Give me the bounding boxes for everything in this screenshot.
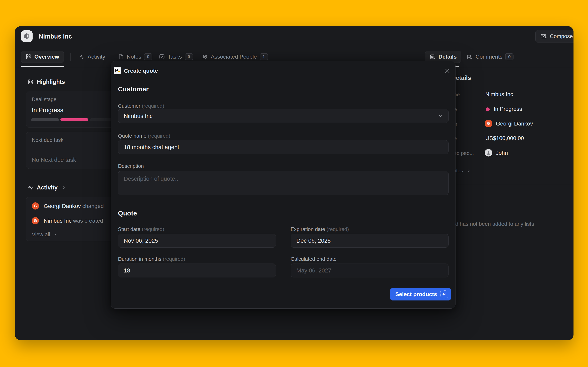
expiration-date-input[interactable] (291, 234, 449, 248)
quote-app-logo: P (114, 67, 121, 74)
select-products-button[interactable]: Select products ↵ (390, 288, 451, 300)
tab-activity-label: Activity (88, 54, 105, 60)
duration-field-label: Duration in months (required) (118, 256, 185, 262)
activity-actor: Georgi Dankov (44, 203, 81, 209)
detail-value: US$100,000.00 (485, 135, 524, 142)
chevron-down-icon (438, 113, 443, 118)
start-date-field-label: Start date (required) (118, 226, 164, 232)
avatar: G (32, 217, 39, 224)
quote-app-logo-letter: P (115, 68, 118, 73)
detail-value: Nimbus Inc (485, 91, 513, 98)
customer-select-value: Nimbus Inc (124, 113, 152, 119)
required-suffix: (required) (142, 226, 164, 232)
tab-tasks-label: Tasks (168, 54, 182, 60)
modal-title: Create quote (124, 68, 158, 74)
contact-card-icon (430, 54, 436, 60)
hexagon-cube-icon (23, 33, 30, 40)
pulse-icon (28, 185, 33, 191)
quote-name-input[interactable] (118, 140, 449, 154)
header-divider (15, 47, 573, 47)
tab-tasks-badge: 0 (185, 53, 193, 60)
tab-details-label: Details (438, 54, 457, 60)
required-suffix: (required) (148, 133, 170, 139)
tab-associated-people-label: Associated People (211, 54, 257, 60)
required-suffix: (required) (163, 256, 185, 262)
activity-item[interactable]: Georgi Dankov changed (44, 203, 104, 209)
active-tab-underline (21, 66, 64, 67)
field-label-text: Start date (118, 226, 140, 232)
tab-comments-label: Comments (476, 54, 502, 60)
calculated-end-date-field-label: Calculated end date (291, 256, 336, 262)
highlights-heading: Highlights (28, 79, 65, 85)
activity-action: changed (83, 203, 104, 209)
compose-email-button[interactable]: Compose email (535, 30, 573, 42)
customer-field-label: Customer (required) (118, 103, 164, 109)
activity-item[interactable]: Nimbus Inc was created (44, 218, 103, 224)
field-label-text: Duration in months (118, 256, 161, 262)
grid-icon (26, 54, 32, 60)
duration-input[interactable] (118, 264, 276, 277)
avatar: G (485, 120, 492, 127)
grid-icon (28, 79, 33, 85)
activity-actor: Nimbus Inc (44, 218, 72, 224)
select-products-label: Select products (395, 291, 437, 298)
avatar: G (32, 202, 39, 209)
page-title: Nimbus Inc (39, 33, 72, 40)
activity-title: Activity (37, 184, 58, 191)
note-icon (118, 54, 124, 60)
calculated-end-date-input (291, 264, 449, 277)
highlights-title: Highlights (37, 79, 65, 85)
timeline-connector (35, 211, 35, 216)
tab-comments[interactable]: Comments 0 (467, 51, 513, 63)
required-suffix: (required) (327, 226, 349, 232)
description-field-label: Description (118, 163, 144, 169)
activity-action: was created (73, 218, 103, 224)
close-icon[interactable] (444, 67, 451, 75)
envelope-plus-icon (540, 33, 547, 40)
activity-heading[interactable]: Activity (28, 184, 66, 191)
description-textarea[interactable] (118, 171, 449, 195)
modal-header-divider (111, 80, 456, 80)
enter-key-icon: ↵ (440, 290, 448, 298)
tab-activity[interactable]: Activity (79, 51, 105, 63)
pulse-icon (79, 54, 85, 60)
tab-overview-label: Overview (34, 54, 59, 60)
compose-email-label: Compose email (550, 33, 573, 40)
person-link[interactable]: John (496, 150, 508, 157)
people-icon (202, 54, 208, 60)
chevron-right-icon (467, 169, 470, 173)
create-quote-modal: P Create quote Customer Customer (requir… (111, 61, 455, 309)
field-label-text: Quote name (118, 133, 146, 139)
tab-overview[interactable]: Overview (21, 51, 64, 63)
field-label-text: Expiration date (291, 226, 325, 232)
logo-dot (118, 71, 120, 72)
tab-notes-label: Notes (127, 54, 141, 60)
app-window: Nimbus Inc Compose email Overview Activi… (15, 26, 573, 340)
person-avatar (485, 149, 492, 157)
status-dot (486, 108, 490, 111)
company-logo (21, 30, 33, 42)
chevron-right-icon (53, 233, 57, 236)
customer-section-heading: Customer (118, 85, 149, 93)
tab-associated-people-badge: 1 (260, 53, 268, 60)
comments-icon (467, 54, 473, 60)
check-square-icon (159, 54, 165, 60)
field-label-text: Customer (118, 103, 140, 109)
person-icon (486, 150, 491, 155)
status-badge: In Progress (494, 106, 522, 112)
tab-separator (70, 53, 71, 61)
view-all-label: View all (32, 232, 50, 238)
customer-select[interactable]: Nimbus Inc (118, 109, 449, 123)
quote-section-heading: Quote (118, 209, 137, 217)
start-date-input[interactable] (118, 234, 276, 248)
quote-name-field-label: Quote name (required) (118, 133, 170, 139)
detail-value: Georgi Dankov (496, 121, 533, 127)
view-all-link[interactable]: View all (32, 232, 57, 238)
required-suffix: (required) (142, 103, 164, 109)
chevron-right-icon (62, 186, 66, 190)
tab-comments-badge: 0 (505, 53, 513, 60)
expiration-date-field-label: Expiration date (required) (291, 226, 349, 232)
tab-notes-badge: 0 (144, 53, 152, 60)
